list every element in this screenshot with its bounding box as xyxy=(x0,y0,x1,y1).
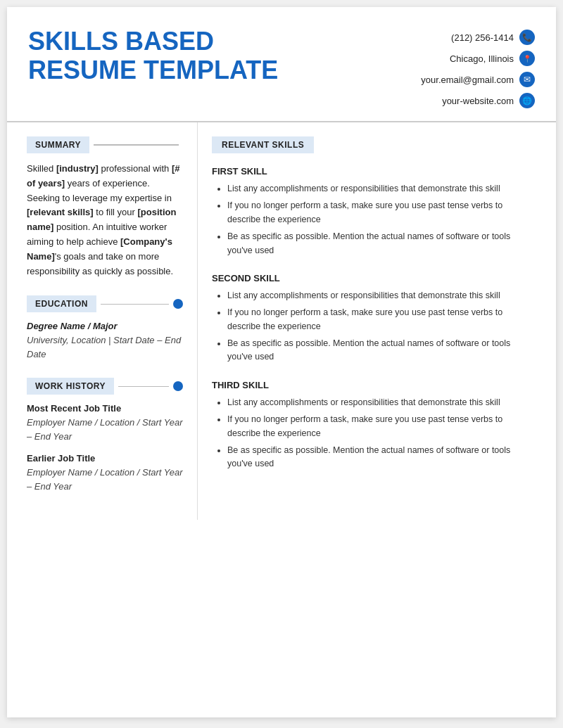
left-column: SUMMARY Skilled [industry] professional … xyxy=(7,122,197,520)
header-contact: (212) 256-1414 📞 Chicago, Illinois 📍 you… xyxy=(421,27,535,108)
education-degree: Degree Name / Major xyxy=(27,321,183,331)
work-label: WORK HISTORY xyxy=(27,378,114,395)
skill-3-bullet-3: Be as specific as possible. Mention the … xyxy=(227,444,536,471)
skill-1-bullet-1: List any accomplishments or responsibili… xyxy=(227,182,536,196)
skill-name-3: THIRD SKILL xyxy=(212,380,536,390)
education-section: EDUCATION Degree Name / Major University… xyxy=(27,295,183,361)
skills-bold: [relevant skills] xyxy=(27,207,94,217)
phone-icon: 📞 xyxy=(519,30,535,45)
education-institution: University, Location | Start Date – End … xyxy=(27,333,183,361)
work-dot xyxy=(173,381,183,391)
skill-2-bullet-1: List any accomplishments or responsibili… xyxy=(227,289,536,302)
header-title: SKILLS BASED RESUME TEMPLATE xyxy=(28,27,278,85)
website-row: your-website.com 🌐 xyxy=(442,93,535,108)
job-title-1: Most Recent Job Title xyxy=(27,403,183,414)
skill-list-2: List any accomplishments or responsibili… xyxy=(212,289,536,364)
location-icon: 📍 xyxy=(519,51,535,66)
job-info-2: Employer Name / Location / Start Year– E… xyxy=(27,466,183,493)
summary-text: Skilled [industry] professional with [# … xyxy=(27,162,183,279)
work-section-header: WORK HISTORY xyxy=(27,378,183,395)
industry-bold: [industry] xyxy=(56,163,99,174)
skill-3-bullet-2: If you no longer perform a task, make su… xyxy=(227,413,536,440)
email-icon: ✉ xyxy=(519,72,535,87)
skill-3-bullet-1: List any accomplishments or responsibili… xyxy=(227,396,536,409)
title-line1: SKILLS BASED RESUME TEMPLATE xyxy=(28,27,278,85)
website-text: your-website.com xyxy=(442,96,514,106)
education-section-header: EDUCATION xyxy=(27,295,183,312)
skill-1-bullet-3: Be as specific as possible. Mention the … xyxy=(227,230,536,257)
summary-label: SUMMARY xyxy=(27,136,89,153)
skill-2-bullet-2: If you no longer perform a task, make su… xyxy=(227,306,536,333)
years-bold: [# of years] xyxy=(27,163,180,189)
skill-name-1: FIRST SKILL xyxy=(212,166,536,177)
education-line xyxy=(101,304,169,305)
skill-list-1: List any accomplishments or responsibili… xyxy=(212,182,536,257)
skill-2-bullet-3: Be as specific as possible. Mention the … xyxy=(227,337,536,364)
job-entry-2: Earlier Job Title Employer Name / Locati… xyxy=(27,453,183,493)
website-icon: 🌐 xyxy=(519,93,535,108)
email-text: your.email@gmail.com xyxy=(421,75,514,85)
skill-block-3: THIRD SKILL List any accomplishments or … xyxy=(212,380,536,471)
company-bold: [Company's Name] xyxy=(27,236,172,262)
phone-row: (212) 256-1414 📞 xyxy=(451,30,535,45)
summary-section-header: SUMMARY xyxy=(27,136,183,153)
education-dot xyxy=(173,299,183,309)
summary-section: SUMMARY Skilled [industry] professional … xyxy=(27,136,183,279)
header: SKILLS BASED RESUME TEMPLATE (212) 256-1… xyxy=(7,7,556,122)
job-title-2: Earlier Job Title xyxy=(27,453,183,464)
skills-label: RELEVANT SKILLS xyxy=(212,136,314,153)
location-row: Chicago, Illinois 📍 xyxy=(450,51,535,66)
location-text: Chicago, Illinois xyxy=(450,53,514,64)
job-info-1: Employer Name / Location / Start Year– E… xyxy=(27,416,183,443)
skill-1-bullet-2: If you no longer perform a task, make su… xyxy=(227,199,536,226)
body: SUMMARY Skilled [industry] professional … xyxy=(7,122,556,520)
work-history-section: WORK HISTORY Most Recent Job Title Emplo… xyxy=(27,378,183,493)
resume-page: SKILLS BASED RESUME TEMPLATE (212) 256-1… xyxy=(7,7,556,717)
skill-name-2: SECOND SKILL xyxy=(212,273,536,283)
skills-section-header: RELEVANT SKILLS xyxy=(212,136,536,153)
skill-block-1: FIRST SKILL List any accomplishments or … xyxy=(212,166,536,257)
job-entry-1: Most Recent Job Title Employer Name / Lo… xyxy=(27,403,183,443)
right-column: RELEVANT SKILLS FIRST SKILL List any acc… xyxy=(197,122,556,520)
skill-block-2: SECOND SKILL List any accomplishments or… xyxy=(212,273,536,364)
email-row: your.email@gmail.com ✉ xyxy=(421,72,535,87)
education-label: EDUCATION xyxy=(27,295,96,312)
summary-line xyxy=(94,144,179,146)
skill-list-3: List any accomplishments or responsibili… xyxy=(212,396,536,471)
work-line xyxy=(118,386,169,388)
phone-text: (212) 256-1414 xyxy=(451,32,514,43)
